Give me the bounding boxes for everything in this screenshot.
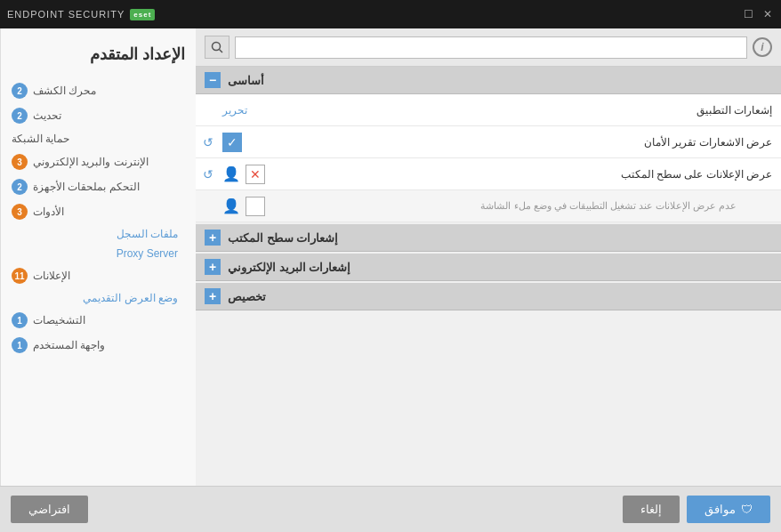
app-name: ENDPOINT SECURITY: [7, 9, 125, 20]
basic-section-title: أساسى: [228, 74, 264, 87]
nav-label-internet-email: الإنترنت والبريد الإلكتروني: [33, 156, 149, 168]
security-reports-control: ✓: [222, 133, 242, 152]
nav-label-device-control: التحكم بملحقات الأجهزة: [33, 181, 140, 193]
nav-badge-tools: 3: [12, 204, 28, 220]
fullscreen-control: 👤: [222, 197, 265, 216]
nav-item-tools[interactable]: الأدوات 3: [1, 199, 196, 224]
footer-left-buttons: 🛡 موافق إلغاء: [623, 496, 770, 523]
maximize-button[interactable]: ☐: [742, 8, 754, 20]
nav-badge-detection: 2: [12, 83, 28, 99]
security-reports-row: ↺ عرض الاشعارات تقرير الأمان ✓: [196, 126, 781, 158]
nav-badge-device-control: 2: [12, 179, 28, 195]
nav-sub-presentation-mode[interactable]: وضع العرض التقديمي: [1, 288, 196, 308]
fullscreen-label: عدم عرض الإعلانات عند تشغيل التطبيقات في…: [274, 200, 737, 212]
app-notifications-row: إشعارات التطبيق تحرير: [196, 94, 781, 126]
desktop-section-title: إشعارات سطح المكتب: [228, 231, 338, 245]
nav-label-detection: محرك الكشف: [33, 85, 96, 97]
fullscreen-checkbox[interactable]: [246, 197, 265, 216]
left-panel: i x أساسى − إشعارات التطبيق: [196, 28, 781, 486]
edit-link[interactable]: تحرير: [222, 104, 247, 117]
nav-sub-log-files[interactable]: ملفات السجل: [1, 224, 196, 244]
basic-section-toggle[interactable]: −: [205, 72, 221, 88]
nav-item-detection-engine[interactable]: محرك الكشف 2: [1, 78, 196, 103]
nav-label-update: تحديث: [33, 109, 61, 122]
ok-label: موافق: [705, 503, 736, 516]
desktop-notifications-control: ✕ 👤: [222, 165, 265, 184]
nav-label-notifications: الإعلانات: [33, 270, 70, 282]
nav-item-internet-email[interactable]: الإنترنت والبريد الإلكتروني 3: [1, 149, 196, 174]
user-icon-2: 👤: [222, 197, 240, 214]
nav-item-device-control[interactable]: التحكم بملحقات الأجهزة 2: [1, 174, 196, 199]
nav-item-network[interactable]: حماية الشبكة: [1, 128, 196, 149]
customization-section-toggle[interactable]: +: [205, 288, 221, 304]
footer: 🛡 موافق إلغاء افتراضي: [0, 486, 781, 532]
email-section-header[interactable]: إشعارات البريد الإلكتروني +: [196, 254, 781, 281]
ok-icon: 🛡: [741, 503, 753, 516]
main-container: i x أساسى − إشعارات التطبيق: [0, 28, 781, 486]
right-sidebar: الإعداد المتقدم محرك الكشف 2 تحديث 2 حما…: [0, 28, 196, 486]
customization-section-header[interactable]: تخصيص +: [196, 283, 781, 310]
nav-label-diagnostics: التشخيصات: [33, 314, 85, 326]
app-brand: eset ENDPOINT SECURITY: [7, 9, 155, 20]
desktop-notifications-row: ↺ عرض الإعلانات على سطح المكتب ✕ 👤: [196, 158, 781, 190]
fullscreen-row: عدم عرض الإعلانات عند تشغيل التطبيقات في…: [196, 190, 781, 222]
app-notifications-control: تحرير: [222, 104, 247, 117]
nav-label-network: حماية الشبكة: [12, 133, 69, 145]
svg-line-1: [220, 50, 223, 53]
email-section-title: إشعارات البريد الإلكتروني: [228, 261, 350, 274]
nav-badge-notifications: 11: [12, 268, 28, 284]
cancel-button[interactable]: إلغاء: [623, 496, 680, 523]
basic-section-header[interactable]: أساسى −: [196, 67, 781, 94]
window-controls: ✕ ☐: [742, 8, 774, 20]
default-label: افتراضي: [28, 503, 70, 516]
sidebar-title: الإعداد المتقدم: [1, 37, 196, 78]
content-area: أساسى − إشعارات التطبيق تحرير ↺ عرض الاش…: [196, 67, 781, 486]
nav-item-notifications-active[interactable]: الإعلانات 11: [1, 263, 196, 288]
nav-badge-diagnostics: 1: [12, 312, 28, 328]
security-reports-label: عرض الاشعارات تقرير الأمان: [251, 136, 772, 149]
nav-badge-update: 2: [12, 108, 28, 124]
customization-section-title: تخصيص: [228, 290, 266, 303]
search-input[interactable]: x: [235, 36, 747, 59]
search-button[interactable]: [205, 36, 229, 59]
email-section-toggle[interactable]: +: [205, 259, 221, 275]
ok-button[interactable]: 🛡 موافق: [687, 496, 770, 523]
nav-badge-internet-email: 3: [12, 154, 28, 170]
close-button[interactable]: ✕: [761, 8, 774, 20]
checkbox-x-icon: ✕: [250, 167, 261, 181]
desktop-section-toggle[interactable]: +: [205, 230, 221, 246]
svg-point-0: [213, 43, 221, 51]
search-bar: i x: [196, 28, 781, 67]
desktop-section-header[interactable]: إشعارات سطح المكتب +: [196, 224, 781, 252]
info-icon[interactable]: i: [753, 37, 772, 57]
refresh-icon-2[interactable]: ↺: [203, 167, 213, 181]
nav-item-user-interface[interactable]: واجهة المستخدم 1: [1, 333, 196, 358]
title-bar: ✕ ☐ eset ENDPOINT SECURITY: [0, 0, 781, 28]
nav-sub-proxy-server[interactable]: Proxy Server: [1, 244, 196, 263]
basic-section: أساسى − إشعارات التطبيق تحرير ↺ عرض الاش…: [196, 67, 781, 222]
user-icon-1: 👤: [222, 165, 240, 182]
app-notifications-label: إشعارات التطبيق: [256, 104, 772, 117]
default-button[interactable]: افتراضي: [11, 496, 88, 523]
desktop-notifications-checkbox[interactable]: ✕: [246, 165, 265, 184]
email-section: إشعارات البريد الإلكتروني +: [196, 254, 781, 281]
desktop-section: إشعارات سطح المكتب +: [196, 224, 781, 252]
nav-badge-user-interface: 1: [12, 337, 28, 353]
cancel-label: إلغاء: [640, 503, 662, 516]
refresh-icon-1[interactable]: ↺: [203, 135, 213, 149]
security-reports-checkbox[interactable]: ✓: [222, 133, 242, 152]
nav-label-user-interface: واجهة المستخدم: [33, 339, 105, 351]
customization-section: تخصيص +: [196, 283, 781, 310]
eset-logo: eset: [130, 9, 155, 20]
nav-label-tools: الأدوات: [33, 206, 64, 218]
nav-item-diagnostics[interactable]: التشخيصات 1: [1, 308, 196, 333]
footer-right-buttons: افتراضي: [11, 496, 88, 523]
nav-item-update[interactable]: تحديث 2: [1, 103, 196, 128]
desktop-notifications-label: عرض الإعلانات على سطح المكتب: [274, 168, 772, 181]
